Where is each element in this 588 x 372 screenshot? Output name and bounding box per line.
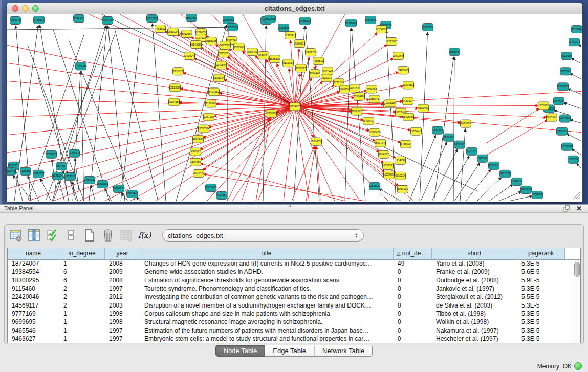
graph-node[interactable]: 8756928	[401, 140, 411, 148]
graph-node[interactable]: 16210643	[559, 115, 571, 122]
graph-node[interactable]: 20691406	[101, 17, 113, 25]
graph-node[interactable]: 2986322	[352, 107, 362, 115]
graph-node[interactable]: 2718126	[173, 68, 184, 75]
table-row[interactable]: 969969511998Structural magnetic resonanc…	[8, 318, 573, 326]
graph-node[interactable]: 5505614	[10, 17, 21, 25]
graph-node[interactable]: 7191406	[74, 15, 84, 23]
graph-node[interactable]: 8912954	[182, 30, 192, 38]
graph-node[interactable]: 16640910	[293, 40, 305, 48]
graph-node[interactable]: 16154838	[375, 26, 387, 33]
graph-node[interactable]: 9210214	[395, 172, 406, 180]
graph-node[interactable]: 9466160	[300, 17, 311, 25]
window-titlebar[interactable]: citations_edges.txt	[7, 3, 582, 14]
new-document-icon[interactable]	[82, 229, 96, 243]
graph-node[interactable]: 6794028	[322, 67, 333, 75]
column-header-in-degree[interactable]: in_degree	[59, 248, 105, 259]
table-row[interactable]: 946362711997Embryonic stem cells: a mode…	[8, 335, 573, 343]
graph-node[interactable]: 20564486	[353, 93, 365, 100]
function-builder-icon[interactable]: f(x)	[138, 229, 151, 243]
column-header-pagerank[interactable]: pagerank	[517, 248, 565, 259]
graph-node[interactable]: 2935114	[477, 155, 488, 162]
graph-node[interactable]: 9146821	[258, 52, 269, 59]
graph-node[interactable]: 8454749	[247, 48, 258, 56]
graph-node[interactable]: 8375685	[219, 50, 229, 57]
graph-node[interactable]: 12973115	[403, 81, 415, 89]
tab-edge-table[interactable]: Edge Table	[265, 345, 314, 357]
graph-node[interactable]: 20876821	[364, 16, 376, 24]
graph-node[interactable]: 15218506	[277, 24, 289, 32]
graph-node[interactable]: 12444134	[553, 97, 564, 105]
close-window-button[interactable]	[12, 5, 18, 12]
graph-node[interactable]: 12213967	[385, 38, 397, 46]
graph-node[interactable]: 17359926	[68, 149, 80, 157]
close-panel-icon[interactable]: ✕	[576, 205, 582, 212]
graph-node[interactable]: 1575958	[538, 102, 549, 110]
select-all-rows-icon[interactable]	[46, 229, 59, 243]
graph-node[interactable]: 9170046	[206, 100, 216, 107]
graph-node[interactable]: 3915741	[7, 167, 16, 175]
graph-node[interactable]: 7463822	[155, 25, 166, 33]
graph-node[interactable]: 8471676	[500, 170, 511, 178]
graph-node[interactable]: 10653287	[222, 16, 234, 24]
graph-node[interactable]: 2367608	[234, 43, 245, 51]
graph-node[interactable]: 16720407	[362, 117, 374, 125]
graph-node[interactable]: 7357224	[227, 24, 238, 31]
table-settings-icon[interactable]	[9, 229, 23, 243]
graph-node[interactable]: 9245652	[521, 186, 532, 193]
graph-node[interactable]: 9127503	[220, 41, 231, 49]
graph-node[interactable]: 1187531	[568, 156, 579, 163]
table-scrollbar-thumb[interactable]	[574, 262, 580, 277]
minimize-window-button[interactable]	[22, 5, 29, 12]
graph-node[interactable]: 9267130	[204, 113, 214, 121]
graph-node[interactable]: 18651861	[185, 14, 197, 22]
graph-node[interactable]: 16648784	[448, 48, 460, 56]
graph-node[interactable]: 15892971	[556, 127, 568, 135]
graph-node[interactable]: 8254502	[532, 191, 543, 199]
graph-node[interactable]: 9115460	[418, 104, 429, 112]
graph-node[interactable]: 7462606	[350, 84, 360, 92]
graph-node[interactable]: 2154489	[190, 158, 201, 166]
graph-node[interactable]: 1933426	[398, 185, 408, 193]
graph-node[interactable]: 13353594	[198, 125, 209, 133]
graph-node[interactable]: 1250515	[65, 172, 76, 180]
graph-node[interactable]: 16961758	[304, 49, 316, 56]
column-header-out-degree[interactable]: △out_de…	[394, 248, 432, 259]
graph-node[interactable]: 16151327	[382, 162, 394, 169]
graph-node[interactable]: 16033809	[146, 15, 158, 23]
zoom-window-button[interactable]	[32, 5, 39, 12]
graph-node[interactable]: 1588520	[270, 55, 280, 63]
graph-node[interactable]: 18325419	[284, 32, 296, 39]
table-row[interactable]: 1456911722003Disruption of a novel membe…	[8, 301, 573, 310]
graph-node[interactable]: 18300295	[265, 110, 277, 117]
graph-node[interactable]: 18907243	[374, 139, 386, 147]
graph-node[interactable]: 10719185	[345, 19, 357, 27]
graph-node[interactable]: 9860124	[168, 28, 179, 36]
graph-node[interactable]: 1640954	[432, 126, 443, 134]
show-columns-icon[interactable]	[27, 229, 41, 243]
graph-node[interactable]: 9129966	[561, 52, 572, 60]
graph-node[interactable]: 17016504	[561, 143, 573, 150]
graph-node[interactable]: 6879197	[454, 141, 465, 148]
graph-node[interactable]: 10654112	[511, 178, 523, 185]
graph-node[interactable]: 9904448	[310, 70, 320, 77]
graph-node[interactable]: 15654923	[410, 127, 422, 135]
table-row[interactable]: 1938455462009Genome-wide association stu…	[8, 268, 573, 276]
graph-node[interactable]: 1621072	[321, 74, 332, 82]
graph-node[interactable]: 1002160	[385, 99, 396, 107]
graph-node[interactable]: 3624594	[366, 85, 377, 93]
graph-node[interactable]: 2803144	[214, 74, 225, 82]
graph-node[interactable]: 8322037	[283, 59, 294, 67]
graph-node[interactable]: 1562615	[296, 64, 307, 72]
graph-node[interactable]: 16543982	[190, 41, 202, 49]
graph-node[interactable]: 18495756	[402, 113, 414, 121]
delete-trash-icon[interactable]	[101, 229, 115, 243]
graph-node[interactable]: 21053346	[75, 62, 86, 70]
table-row[interactable]: 1830029562008Estimation of significance …	[8, 276, 573, 285]
graph-node[interactable]: 9397587	[56, 162, 67, 170]
graph-node[interactable]: 15716485	[205, 184, 216, 191]
table-row[interactable]: 2242004622012Investigating the contribut…	[8, 293, 573, 301]
graph-node[interactable]: 9227343	[560, 68, 571, 75]
graph-node[interactable]: 16524851	[383, 171, 395, 179]
graph-node[interactable]: 7485063	[398, 67, 409, 74]
graph-node[interactable]: 22420046	[183, 52, 195, 60]
